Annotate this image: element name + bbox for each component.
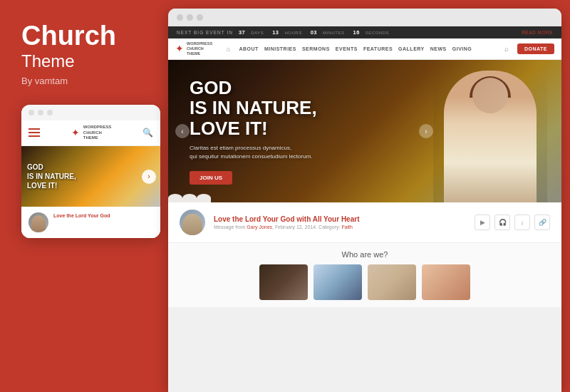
mobile-dot-3 [47,110,53,115]
countdown-hours-unit: HOURS [284,31,301,35]
mobile-sermon-title: Love the Lord Your God [53,212,110,219]
mobile-sermon-row: Love the Lord Your God [28,212,153,232]
desktop-nav: ✦ WORDPRESSCHURCHTHEME ⌂ ABOUT MINISTRIE… [168,38,561,60]
hero-arrow-left[interactable]: ‹ [175,124,190,138]
mobile-top-bar [21,105,160,120]
nav-giving[interactable]: GIVING [452,46,472,51]
mobile-hero-text: GOD IS IN NATURE, LOVE IT! [21,157,82,196]
hero-text-block: GOD IS IN NATURE, LOVE IT! Claritas est … [168,63,338,200]
desktop-logo: ✦ WORDPRESSCHURCHTHEME [175,41,212,56]
sermon-bar: Love the Lord Your God with All Your Hea… [168,202,561,243]
mobile-search-icon[interactable]: 🔍 [142,128,153,138]
mobile-content: Love the Lord Your God [21,207,160,238]
countdown-bar: NEXT BIG EVENT IN 37 DAYS 13 HOURS 03 MI… [168,26,561,38]
nav-ministries[interactable]: MINISTRIES [264,46,296,51]
mobile-avatar [28,212,48,232]
countdown-minutes-unit: MINUTES [323,31,345,35]
mobile-nav: ✦ WORDPRESSCHURCHTHEME 🔍 [21,120,160,146]
nav-news[interactable]: NEWS [430,46,447,51]
desktop-nav-items: ABOUT MINISTRIES SERMONS EVENTS FEATURES… [239,46,496,51]
left-panel: Church Theme By vamtam ✦ WORDPRESSCHURCH… [0,0,164,392]
desktop-dot-3 [197,14,203,21]
countdown-days-unit: DAYS [251,31,264,35]
mobile-logo: ✦ WORDPRESSCHURCHTHEME [71,125,111,141]
donate-button[interactable]: Donate [517,43,554,54]
hamburger-icon[interactable] [28,128,40,137]
hero-person-shape [444,71,537,202]
desktop-search-icon[interactable]: ⌕ [504,45,509,53]
hero-title: GOD IS IN NATURE, LOVE IT! [190,78,317,139]
mobile-dot-1 [28,110,34,115]
mobile-dot-2 [38,110,43,115]
leaf-2 [182,194,197,202]
desktop-logo-text: WORDPRESSCHURCHTHEME [187,41,212,56]
hero-leaves [168,192,561,202]
countdown-hours: 13 [272,29,279,36]
hero-subtitle: Claritas est etiam processus dynamicus,q… [190,144,317,161]
who-image-1 [259,264,308,300]
app-author: By vamtam [21,76,150,86]
countdown-read-more[interactable]: Read More [522,30,553,35]
sermon-icons: ▶ 🎧 ↓ 🔗 [475,215,550,230]
home-icon[interactable]: ⌂ [227,46,230,53]
countdown-label: NEXT BIG EVENT IN [177,30,233,35]
leaf-1 [168,194,182,202]
hero-arrow-right[interactable]: › [419,124,433,138]
mobile-logo-text: WORDPRESSCHURCHTHEME [83,125,111,141]
leaf-3 [197,194,211,202]
hero-join-button[interactable]: Join us [190,171,232,185]
countdown-seconds-unit: SECONDS [366,31,389,35]
desktop-content: NEXT BIG EVENT IN 37 DAYS 13 HOURS 03 MI… [168,26,561,392]
who-image-3 [368,264,416,300]
sermon-video-icon[interactable]: ▶ [475,215,490,230]
hero-person-image [433,60,547,202]
mobile-hero: GOD IS IN NATURE, LOVE IT! › [21,146,160,207]
mobile-mockup: ✦ WORDPRESSCHURCHTHEME 🔍 GOD IS IN NATUR… [21,105,160,238]
sermon-link-icon[interactable]: 🔗 [534,215,550,230]
nav-sermons[interactable]: SERMONS [302,46,330,51]
desktop-mockup: NEXT BIG EVENT IN 37 DAYS 13 HOURS 03 MI… [168,9,561,392]
who-image-2 [314,264,362,300]
sermon-avatar [180,210,205,235]
nav-about[interactable]: ABOUT [239,46,259,51]
sermon-headphone-icon[interactable]: 🎧 [494,215,510,230]
who-images [180,264,550,300]
sermon-download-icon[interactable]: ↓ [514,215,530,230]
desktop-dot-1 [177,14,183,21]
desktop-hero: ‹ GOD IS IN NATURE, LOVE IT! Claritas es… [168,60,561,202]
sermon-info: Love the Lord Your God with All Your Hea… [214,215,466,229]
countdown-minutes: 03 [311,29,317,36]
wheat-icon: ✦ [71,127,80,138]
nav-gallery[interactable]: GALLERY [398,46,425,51]
app-title-main: Church [21,21,150,51]
app-title-sub: Theme [21,51,150,71]
nav-events[interactable]: EVENTS [336,46,358,51]
desktop-wheat-icon: ✦ [175,43,184,54]
desktop-dot-2 [187,14,193,21]
sermon-avatar-face [182,214,202,235]
who-image-4 [422,264,470,300]
mobile-hero-arrow-right[interactable]: › [142,170,156,184]
desktop-top-bar [168,9,561,26]
countdown-seconds: 16 [353,29,360,36]
countdown-days: 37 [239,29,245,36]
sermon-title[interactable]: Love the Lord Your God with All Your Hea… [214,215,466,223]
hero-person-head [472,78,508,113]
sermon-meta: Message from Gary Jones, February 12, 20… [214,225,466,229]
nav-features[interactable]: FEATURES [363,46,393,51]
who-section: Who are we? [168,243,561,307]
who-title: Who are we? [180,250,550,259]
